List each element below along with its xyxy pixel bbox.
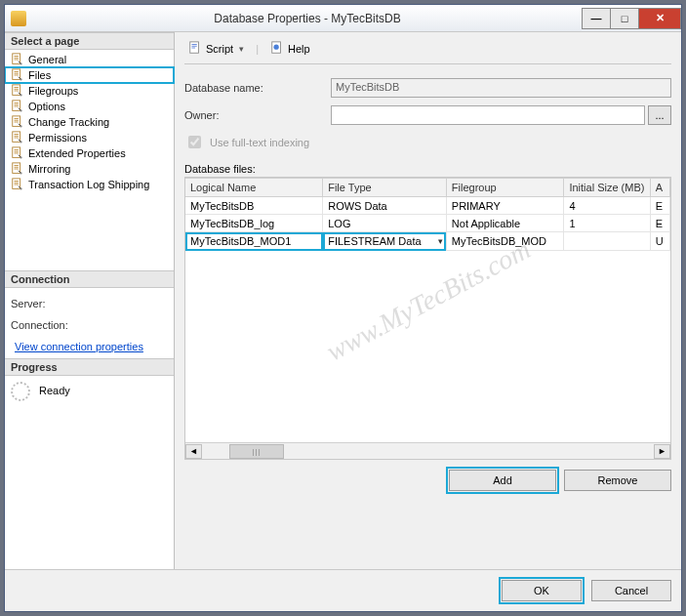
progress-header: Progress xyxy=(5,358,174,376)
cell-logical-name[interactable]: MyTecBitsDB_MOD1 xyxy=(185,232,323,251)
fulltext-label: Use full-text indexing xyxy=(210,137,309,148)
view-connection-link[interactable]: View connection properties xyxy=(11,341,143,352)
svg-point-22 xyxy=(273,45,278,50)
cell-initial-size[interactable]: 4 xyxy=(564,197,650,215)
svg-point-11 xyxy=(20,141,21,143)
progress-status: Ready xyxy=(39,385,70,396)
column-header[interactable]: Initial Size (MB) xyxy=(564,179,650,197)
cancel-button[interactable]: Cancel xyxy=(591,580,671,601)
help-button[interactable]: Help xyxy=(266,40,314,58)
table-row[interactable]: MyTecBitsDB_logLOGNot Applicable1E xyxy=(185,215,670,232)
cell-extra[interactable]: E xyxy=(650,197,669,215)
sidebar-item-label: Extended Properties xyxy=(28,147,126,159)
horizontal-scrollbar[interactable]: ◄ ||| ► xyxy=(185,442,670,459)
sidebar-item-general[interactable]: General xyxy=(5,52,174,67)
svg-point-3 xyxy=(20,78,21,80)
sidebar-item-label: Filegroups xyxy=(28,85,78,97)
connection-header: Connection xyxy=(5,270,174,288)
column-header[interactable]: Filegroup xyxy=(446,179,564,197)
fulltext-checkbox: Use full-text indexing xyxy=(184,133,671,151)
maximize-button[interactable]: □ xyxy=(610,8,639,29)
dialog-window: Database Properties - MyTecBitsDB — □ ✕ … xyxy=(4,4,682,612)
scroll-right-arrow-icon[interactable]: ► xyxy=(654,444,670,459)
content-panel: Script | Help Database name: MyTecBitsDB… xyxy=(175,32,681,569)
owner-browse-button[interactable]: ... xyxy=(648,105,671,125)
sidebar-item-options[interactable]: Options xyxy=(5,99,174,114)
cell-logical-name[interactable]: MyTecBitsDB xyxy=(185,197,323,215)
column-header[interactable]: File Type xyxy=(323,179,447,197)
cell-logical-name[interactable]: MyTecBitsDB_log xyxy=(185,215,323,232)
database-files-label: Database files: xyxy=(184,163,671,175)
ok-button[interactable]: OK xyxy=(502,580,582,601)
sidebar-item-label: Options xyxy=(28,101,65,112)
cell-file-type[interactable]: ROWS Data xyxy=(323,197,447,215)
cell-filegroup[interactable]: Not Applicable xyxy=(446,215,564,232)
files-grid[interactable]: Logical NameFile TypeFilegroupInitial Si… xyxy=(184,177,671,460)
column-header[interactable]: Logical Name xyxy=(185,179,323,197)
svg-point-9 xyxy=(20,125,21,127)
page-icon xyxy=(11,162,24,176)
window-title: Database Properties - MyTecBitsDB xyxy=(32,12,583,25)
cell-extra[interactable]: E xyxy=(650,215,669,232)
dialog-footer: OK Cancel xyxy=(5,569,681,611)
sidebar-item-mirroring[interactable]: Mirroring xyxy=(5,161,174,177)
fulltext-input xyxy=(188,136,201,148)
page-icon xyxy=(11,178,24,191)
sidebar-item-extended-properties[interactable]: Extended Properties xyxy=(5,145,174,161)
table-row[interactable]: MyTecBitsDBROWS DataPRIMARY4E xyxy=(185,197,670,215)
page-icon xyxy=(11,84,24,98)
owner-field[interactable] xyxy=(331,105,645,125)
filetype-dropdown[interactable]: FILESTREAM Data▾ xyxy=(323,232,446,250)
sidebar-item-change-tracking[interactable]: Change Tracking xyxy=(5,114,174,130)
help-icon xyxy=(270,41,284,57)
app-icon xyxy=(11,11,26,26)
sidebar-item-filegroups[interactable]: Filegroups xyxy=(5,83,174,99)
owner-label: Owner: xyxy=(184,109,331,121)
cell-extra[interactable]: U xyxy=(650,232,669,251)
page-icon xyxy=(11,100,24,113)
page-list: GeneralFilesFilegroupsOptionsChange Trac… xyxy=(5,50,174,270)
dbname-field: MyTecBitsDB xyxy=(331,78,671,98)
page-icon xyxy=(11,131,24,144)
scroll-left-arrow-icon[interactable]: ◄ xyxy=(185,444,202,459)
svg-point-1 xyxy=(20,62,21,64)
cell-initial-size[interactable] xyxy=(564,232,650,251)
add-button[interactable]: Add xyxy=(449,470,556,491)
cell-initial-size[interactable]: 1 xyxy=(564,215,650,232)
sidebar-item-label: Transaction Log Shipping xyxy=(28,179,149,190)
script-icon xyxy=(188,41,202,57)
page-icon xyxy=(11,68,24,82)
remove-button[interactable]: Remove xyxy=(564,470,671,491)
cell-filegroup[interactable]: MyTecBitsDB_MOD xyxy=(446,232,564,251)
title-bar: Database Properties - MyTecBitsDB — □ ✕ xyxy=(5,5,681,32)
minimize-button[interactable]: — xyxy=(582,8,611,29)
sidebar-item-files[interactable]: Files xyxy=(5,67,174,83)
sidebar-item-label: Files xyxy=(28,69,51,81)
svg-point-13 xyxy=(20,156,21,158)
svg-point-15 xyxy=(20,172,21,174)
close-button[interactable]: ✕ xyxy=(638,8,681,29)
view-connection-text: View connection properties xyxy=(15,341,143,352)
sidebar-item-transaction-log-shipping[interactable]: Transaction Log Shipping xyxy=(5,177,174,192)
table-row[interactable]: MyTecBitsDB_MOD1FILESTREAM Data▾MyTecBit… xyxy=(185,232,670,251)
column-header[interactable]: A xyxy=(650,179,669,197)
sidebar-item-label: Change Tracking xyxy=(28,116,109,128)
cell-file-type[interactable]: FILESTREAM Data▾ xyxy=(323,232,447,251)
chevron-down-icon: ▾ xyxy=(438,236,443,246)
cell-filegroup[interactable]: PRIMARY xyxy=(446,197,564,215)
page-icon xyxy=(11,53,24,66)
left-panel: Select a page GeneralFilesFilegroupsOpti… xyxy=(5,32,175,569)
svg-point-17 xyxy=(20,187,21,189)
server-label: Server: xyxy=(11,298,168,309)
dbname-label: Database name: xyxy=(184,82,331,94)
cell-file-type[interactable]: LOG xyxy=(323,215,447,232)
sidebar-item-label: Permissions xyxy=(28,132,87,144)
script-button[interactable]: Script xyxy=(184,40,248,58)
scroll-thumb[interactable]: ||| xyxy=(229,444,284,459)
sidebar-item-permissions[interactable]: Permissions xyxy=(5,130,174,145)
sidebar-item-label: Mirroring xyxy=(28,163,70,175)
svg-point-5 xyxy=(20,94,21,96)
select-page-header: Select a page xyxy=(5,32,174,50)
svg-point-7 xyxy=(20,109,21,111)
help-label: Help xyxy=(288,43,310,55)
